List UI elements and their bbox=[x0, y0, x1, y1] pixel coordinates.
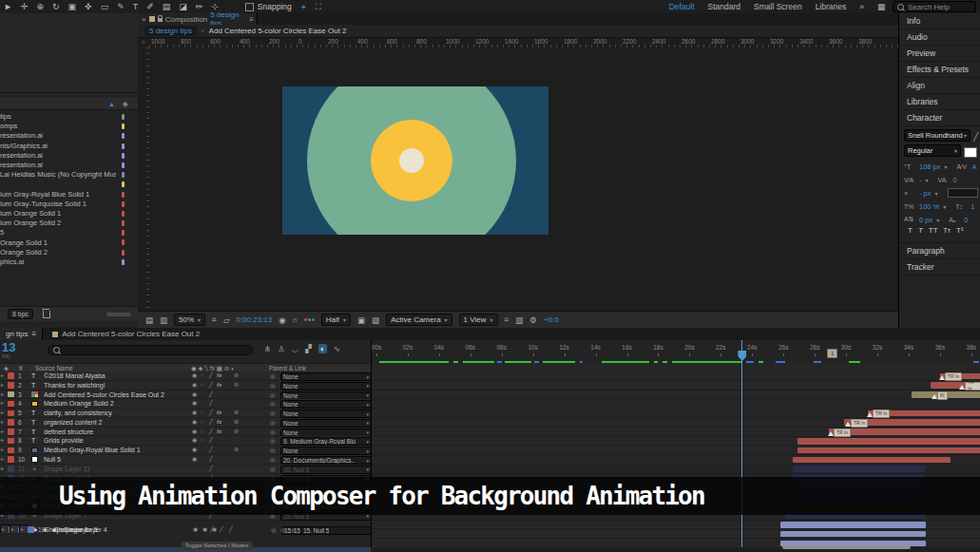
twirl-icon[interactable]: ▸ bbox=[1, 446, 4, 454]
project-item[interactable]: ium Gray-Royal Blue Solid 1 bbox=[0, 190, 138, 200]
layer-label-chip[interactable] bbox=[8, 428, 14, 435]
panel-menu-icon[interactable]: ≡ bbox=[249, 15, 257, 24]
pick-whip-icon[interactable]: ◎ bbox=[270, 455, 276, 465]
leading-input[interactable] bbox=[948, 188, 978, 198]
transition-marker[interactable]: TR In bbox=[834, 428, 851, 437]
faux-style-button[interactable]: Tᴛ bbox=[944, 227, 951, 234]
layer-label-chip[interactable] bbox=[28, 526, 34, 533]
character-setting-row[interactable]: T%100 %▾T↕1 bbox=[904, 200, 980, 213]
transition-marker[interactable]: IN bbox=[937, 391, 948, 400]
pick-whip-icon[interactable]: ◎ bbox=[270, 428, 276, 437]
character-setting-value[interactable]: 0 bbox=[953, 176, 957, 184]
chevron-down-icon[interactable]: ▾ bbox=[926, 177, 929, 183]
solo-switch[interactable]: ◌ bbox=[201, 418, 204, 428]
parent-link-select[interactable]: None▾ bbox=[280, 447, 371, 455]
label-column-icon[interactable]: ◈ bbox=[123, 100, 128, 108]
fx-switch[interactable]: fx bbox=[217, 418, 221, 428]
font-family-select[interactable]: Snell Roundhand▾ bbox=[904, 129, 970, 142]
layer-name[interactable]: Medium Orange Solid 2 bbox=[44, 399, 188, 409]
timeline-tab-menu-icon[interactable]: ≡ bbox=[32, 330, 37, 338]
project-item[interactable]: ium Gray-Turquoise Solid 1 bbox=[0, 200, 138, 209]
workspace-overflow-button[interactable]: » bbox=[859, 2, 864, 11]
layer-duration-bar[interactable] bbox=[797, 447, 980, 454]
layer-name[interactable]: defined structure bbox=[44, 428, 188, 437]
brush-tool[interactable]: ✐ bbox=[146, 1, 154, 13]
pick-whip-icon[interactable]: ◎ bbox=[270, 409, 276, 418]
frame-blending-icon[interactable]: ▞ bbox=[305, 344, 312, 353]
character-setting-value[interactable]: 100 % bbox=[919, 202, 939, 211]
panel-header-character[interactable]: Character bbox=[899, 110, 980, 126]
layer-name[interactable]: Shape Layer 4 bbox=[64, 525, 208, 535]
font-style-select[interactable]: Regular▾ bbox=[904, 144, 961, 157]
media-browser-icon[interactable]: ▦ bbox=[877, 2, 885, 11]
mask-visibility-icon[interactable]: ▱ bbox=[223, 315, 230, 325]
panel-header-info[interactable]: Info bbox=[899, 13, 980, 29]
layer-row[interactable]: ▸6Torganized content 2◉◌╱fx⊘◎None▾ bbox=[0, 418, 371, 428]
layer-label-chip[interactable] bbox=[8, 438, 14, 445]
view-layout-select[interactable]: 1 View▾ bbox=[459, 314, 498, 326]
pan-behind-tool[interactable]: ✜ bbox=[85, 1, 92, 13]
chevron-down-icon[interactable]: ▾ bbox=[935, 190, 938, 197]
camera-tool[interactable]: ▣ bbox=[68, 1, 77, 13]
layer-label-chip[interactable] bbox=[8, 410, 14, 417]
layer-row[interactable]: ▸3Add Centered 5-color Circles Ease Out … bbox=[0, 390, 371, 400]
project-item[interactable]: Orange Solid 1 bbox=[0, 238, 138, 247]
layer-name[interactable]: Thanks for watching! bbox=[44, 381, 188, 390]
fx-switch[interactable]: fx bbox=[217, 371, 221, 381]
layer-duration-bar[interactable] bbox=[780, 531, 926, 538]
twirl-icon[interactable]: ▸ bbox=[2, 525, 5, 534]
transition-marker[interactable]: TR In bbox=[851, 419, 868, 428]
layer-name[interactable]: clarity, and consistency bbox=[44, 409, 188, 418]
quality-switch[interactable]: ╱ bbox=[209, 409, 213, 418]
pick-whip-icon[interactable]: ◎ bbox=[270, 418, 276, 428]
fill-color-swatch[interactable] bbox=[964, 147, 977, 158]
parent-link-select[interactable]: 15. Null 5▾ bbox=[300, 526, 371, 535]
pick-whip-icon[interactable]: ◎ bbox=[270, 371, 276, 381]
effects-badge[interactable]: ⊘ bbox=[234, 381, 239, 390]
timeline-tab[interactable]: gn tips ≡ bbox=[0, 328, 43, 340]
video-switch[interactable]: ◉ bbox=[192, 409, 197, 418]
effects-badge[interactable]: ⊘ bbox=[234, 446, 239, 455]
graph-editor-icon[interactable]: ∿ bbox=[334, 344, 340, 353]
layer-row[interactable]: ▸7Tdefined structure◉◌╱fx⊘◎None▾ bbox=[0, 428, 371, 437]
character-setting-value[interactable]: 0 px bbox=[919, 216, 932, 224]
quality-switch[interactable]: ╱ bbox=[209, 418, 213, 428]
rotation-tool[interactable]: ↻ bbox=[52, 1, 60, 13]
fast-previews-icon[interactable]: ▥ bbox=[515, 315, 523, 325]
character-setting-value[interactable]: A bbox=[972, 162, 977, 171]
parent-link-select[interactable]: None▾ bbox=[280, 400, 371, 409]
workspace-small-screen[interactable]: Small Screen bbox=[754, 2, 802, 11]
layer-name[interactable]: Medium Gray-Royal Blue Solid 1 bbox=[44, 446, 188, 455]
chevron-down-icon[interactable]: ▾ bbox=[945, 163, 948, 170]
panel-header-audio[interactable]: Audio bbox=[899, 29, 980, 46]
magnification-select[interactable]: 50%▾ bbox=[174, 314, 205, 326]
motion-blur-icon[interactable]: ◐ bbox=[318, 344, 327, 353]
trash-icon[interactable] bbox=[43, 311, 50, 318]
breadcrumb-comp[interactable]: 5 design tips bbox=[144, 26, 197, 36]
effects-badge[interactable]: ⊘ bbox=[234, 418, 239, 428]
snapshot-camera-icon[interactable]: ◉ bbox=[279, 315, 285, 325]
layer-duration-bar[interactable] bbox=[797, 438, 980, 445]
pick-whip-icon[interactable]: ◎ bbox=[270, 390, 276, 400]
panel-header-align[interactable]: Align bbox=[899, 78, 980, 94]
help-search-box[interactable]: Search Help bbox=[893, 1, 976, 12]
comp-mini-flowchart-icon[interactable]: ⋔ bbox=[264, 344, 271, 353]
parent-link-select[interactable]: None▾ bbox=[280, 428, 371, 437]
video-switch[interactable]: ◉ bbox=[192, 436, 197, 446]
character-setting-value[interactable]: 0 bbox=[964, 216, 968, 224]
layer-duration-bar[interactable] bbox=[793, 466, 926, 472]
snap-features-icon[interactable]: ⛶ bbox=[316, 2, 321, 12]
layer-label-chip[interactable] bbox=[8, 456, 14, 463]
transparency-grid-icon[interactable]: ▨ bbox=[372, 315, 379, 325]
transition-marker[interactable]: TR In bbox=[945, 372, 962, 381]
quality-switch[interactable]: ╱ bbox=[209, 381, 213, 390]
quality-switch[interactable]: ╱ bbox=[209, 428, 213, 437]
project-item[interactable]: nts/Graphics.ai bbox=[0, 142, 138, 151]
current-time-display[interactable]: 13 bbox=[2, 340, 15, 354]
twirl-icon[interactable]: ▸ bbox=[1, 465, 4, 473]
twirl-icon[interactable]: ▸ bbox=[21, 525, 24, 534]
twirl-icon[interactable]: ▸ bbox=[1, 455, 4, 464]
parent-link-select[interactable]: 20. Documents/Graphics..▾ bbox=[280, 456, 371, 465]
project-item[interactable]: omps bbox=[0, 122, 138, 131]
layer-label-chip[interactable] bbox=[8, 372, 14, 379]
